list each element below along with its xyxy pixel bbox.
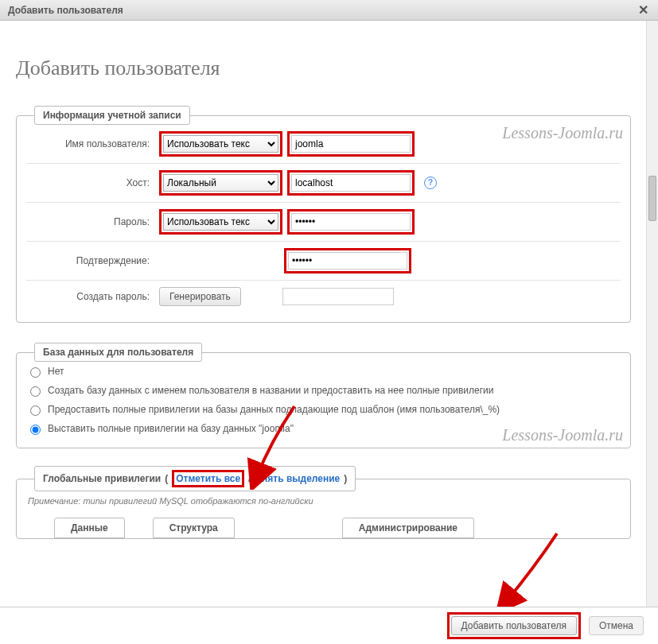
radio-row-none: Нет (26, 362, 621, 381)
scrollbar-thumb[interactable] (648, 176, 656, 221)
row-confirm: Подтверждение: (26, 242, 621, 281)
highlight-password-select: Использовать текс (159, 209, 282, 235)
dialog-title: Добавить пользователя (8, 5, 123, 16)
radio-label-none: Нет (48, 366, 64, 377)
page-title: Добавить пользователя (16, 56, 631, 80)
radio-row-all: Выставить полные привилегии на базу данн… (26, 419, 621, 438)
row-generate: Создать пароль: Генерировать (26, 281, 621, 312)
highlight-submit: Добавить пользователя (447, 612, 581, 639)
generate-button[interactable]: Генерировать (159, 287, 241, 306)
radio-row-create: Создать базу данных с именем пользовател… (26, 381, 621, 400)
vertical-scrollbar[interactable] (646, 21, 658, 607)
close-icon[interactable]: ✕ (637, 4, 650, 17)
dialog-footer: Добавить пользователя Отмена (0, 607, 658, 644)
radio-label-wildcard: Предоставить полные привилегии на базы д… (48, 404, 500, 415)
input-confirm[interactable] (288, 252, 407, 270)
cancel-button[interactable]: Отмена (589, 616, 644, 635)
dialog-titlebar: Добавить пользователя ✕ (0, 0, 658, 21)
highlight-password-input (287, 209, 415, 235)
label-host: Хост: (26, 177, 154, 188)
radio-label-create: Создать базу данных с именем пользовател… (48, 385, 494, 396)
highlight-username-select: Использовать текс (159, 131, 282, 157)
fieldset-account: Информация учетной записи Имя пользовате… (16, 106, 631, 323)
legend-db: База данных для пользователя (34, 343, 202, 362)
highlight-host-input (287, 170, 415, 196)
legend-account: Информация учетной записи (34, 106, 190, 125)
highlight-confirm-input (284, 248, 411, 274)
radio-all[interactable] (30, 425, 41, 435)
legend-privileges: Глобальные привилегии ( Отметить все / С… (34, 466, 356, 491)
tab-structure[interactable]: Структура (153, 518, 235, 538)
label-generate: Создать пароль: (26, 291, 154, 302)
privileges-note: Примечание: типы привилегий MySQL отобра… (28, 496, 621, 506)
help-icon[interactable]: ? (424, 177, 437, 189)
radio-wildcard[interactable] (30, 405, 41, 416)
link-uncheck-all[interactable]: Снять выделение (255, 473, 340, 484)
row-username: Имя пользователя: Использовать текс (26, 125, 621, 164)
label-confirm: Подтверждение: (26, 255, 154, 266)
radio-row-wildcard: Предоставить полные привилегии на базы д… (26, 400, 621, 419)
highlight-check-all: Отметить все (172, 470, 244, 487)
input-password[interactable] (291, 213, 411, 231)
link-check-all[interactable]: Отметить все (176, 473, 240, 484)
tab-data[interactable]: Данные (54, 518, 125, 538)
highlight-host-select: Локальный (159, 170, 282, 196)
radio-none[interactable] (30, 367, 41, 378)
label-password: Пароль: (26, 216, 154, 227)
row-password: Пароль: Использовать текс (26, 203, 621, 242)
fieldset-privileges: Глобальные привилегии ( Отметить все / С… (16, 466, 631, 539)
privileges-title: Глобальные привилегии (43, 473, 161, 484)
input-username[interactable] (291, 135, 411, 153)
arrow-annotation-2 (493, 530, 565, 607)
select-host-mode[interactable]: Локальный (163, 174, 278, 192)
highlight-username-input (287, 131, 415, 157)
radio-create[interactable] (30, 386, 41, 397)
row-host: Хост: Локальный ? (26, 164, 621, 203)
radio-label-all: Выставить полные привилегии на базу данн… (48, 423, 294, 434)
select-username-mode[interactable]: Использовать текс (163, 135, 278, 153)
select-password-mode[interactable]: Использовать текс (163, 213, 278, 231)
tab-admin[interactable]: Администрирование (342, 518, 474, 538)
input-generated[interactable] (282, 288, 394, 305)
label-username: Имя пользователя: (26, 138, 154, 149)
input-host[interactable] (291, 174, 411, 192)
privileges-tabs: Данные Структура Администрирование (54, 518, 621, 538)
fieldset-db: База данных для пользователя Нет Создать… (16, 343, 631, 448)
dialog-content: Добавить пользователя Информация учетной… (0, 21, 647, 607)
submit-button[interactable]: Добавить пользователя (451, 616, 577, 635)
